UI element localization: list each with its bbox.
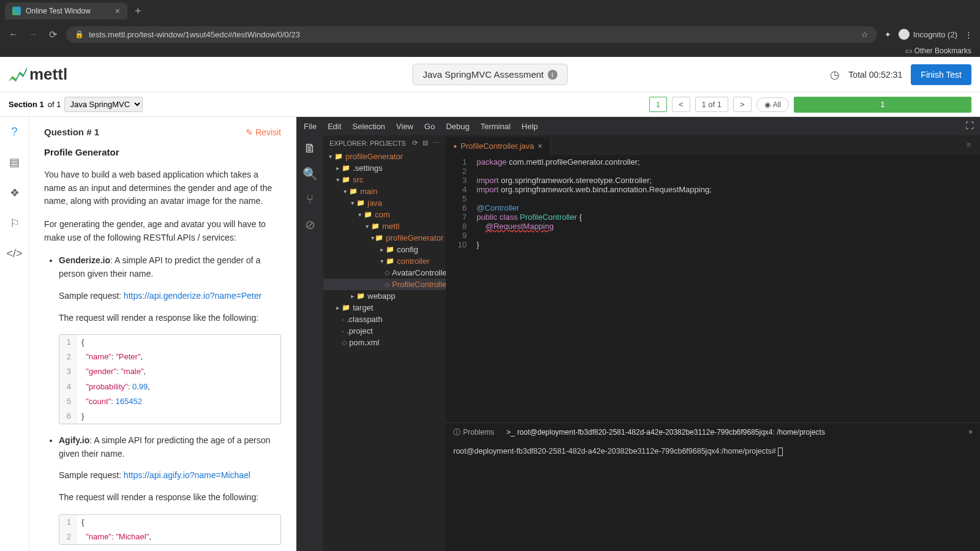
tab-favicon [12, 7, 21, 15]
browser-menu-icon[interactable]: ⋮ [965, 30, 973, 39]
file-tree: ▾📁profileGenerator▸📁.settings▾📁src▾📁main… [323, 151, 446, 551]
assessment-title: Java SpringMVC Assessment i [412, 64, 568, 85]
file-modified-icon: ● [453, 143, 457, 149]
url-text: tests.mettl.pro/test-window/1wsut45edc#/… [89, 30, 300, 39]
all-filter[interactable]: ◉ All [756, 97, 789, 112]
tree-item[interactable]: ◇AvatarController.java [323, 267, 446, 279]
menu-selection[interactable]: Selection [352, 122, 385, 131]
debug-icon[interactable]: ⊘ [305, 217, 315, 232]
tree-item[interactable]: ▾📁profileGenerator [323, 232, 446, 244]
tree-item[interactable]: ▾📁src [323, 174, 446, 186]
logo: mettl [9, 65, 67, 84]
rail-help-icon[interactable]: ? [11, 126, 17, 138]
source-control-icon[interactable]: ⑂ [306, 192, 314, 206]
question-number: Question # 1 [44, 127, 99, 137]
incognito-icon [899, 29, 910, 40]
tree-item[interactable]: ▾📁controller [323, 255, 446, 267]
editor-tab[interactable]: ● ProfileController.java × [446, 137, 551, 155]
tree-item[interactable]: ▾📁mettl [323, 220, 446, 232]
sample-link[interactable]: https://api.agify.io?name=Michael [124, 470, 251, 480]
code-block: 1{2 "name": "Peter",3 "gender": "male",4… [59, 334, 281, 424]
tree-item[interactable]: ◦.classpath [323, 313, 446, 325]
question-title: Profile Generator [44, 147, 281, 157]
menu-edit[interactable]: Edit [328, 122, 341, 131]
forward-button[interactable]: → [27, 29, 39, 40]
search-icon[interactable]: 🔍 [303, 167, 318, 181]
api-item: Agify.io: A simple API for predicting th… [59, 434, 281, 545]
fullscreen-icon[interactable]: ⛶ [965, 121, 974, 130]
rail-code-icon[interactable]: </> [6, 247, 22, 260]
reload-button[interactable]: ⟳ [47, 29, 59, 40]
star-icon[interactable]: ☆ [861, 30, 869, 39]
menu-go[interactable]: Go [424, 122, 435, 131]
menu-debug[interactable]: Debug [446, 122, 469, 131]
question-para: You have to build a web based applicatio… [44, 168, 281, 208]
tab-title: Online Test Window [26, 7, 91, 15]
tree-item[interactable]: ▾📁profileGenerator [323, 151, 446, 162]
sample-link[interactable]: https://api.genderize.io?name=Peter [124, 291, 262, 301]
menu-terminal[interactable]: Terminal [480, 122, 510, 131]
menu-help[interactable]: Help [522, 122, 538, 131]
terminal[interactable]: root@deployment-fb3df820-2581-482d-a42e-… [446, 441, 980, 551]
tree-item[interactable]: ◦.project [323, 325, 446, 337]
finish-test-button[interactable]: Finish Test [911, 64, 971, 85]
menu-file[interactable]: File [304, 122, 317, 131]
clock-icon: ◷ [830, 68, 840, 81]
new-tab-button[interactable]: + [135, 5, 141, 18]
api-item: Genderize.io: A simple API to predict th… [59, 254, 281, 424]
refresh-icon[interactable]: ⟳ [412, 139, 418, 147]
tree-item[interactable]: ▸📁webapp [323, 290, 446, 302]
code-editor[interactable]: 1package com.mettl.profileGenerator.cont… [446, 155, 980, 422]
progress-bar[interactable]: 1 [794, 97, 971, 113]
rail-list-icon[interactable]: ▤ [9, 156, 20, 169]
incognito-badge[interactable]: Incognito (2) [899, 29, 957, 40]
address-bar[interactable]: 🔒 tests.mettl.pro/test-window/1wsut45edc… [66, 26, 877, 43]
explorer-icon[interactable]: 🗎 [304, 141, 316, 156]
extensions-icon[interactable]: ✦ [884, 30, 891, 39]
tree-item[interactable]: ▾📁com [323, 209, 446, 220]
minimap-icon[interactable]: ≡ [967, 140, 975, 149]
tree-item[interactable]: ▸📁.settings [323, 162, 446, 174]
code-block: 1{2 "name": "Michael", [59, 514, 281, 545]
logo-mark [9, 67, 27, 82]
problems-tab[interactable]: ⓘ Problems [453, 427, 494, 438]
back-button[interactable]: ← [7, 29, 20, 40]
section-select[interactable]: Java SpringMVC [64, 97, 143, 112]
page-number[interactable]: 1 [649, 97, 667, 112]
collapse-icon[interactable]: ⊟ [423, 139, 428, 147]
browser-tab[interactable]: Online Test Window × [5, 2, 127, 20]
close-terminal-icon[interactable]: × [968, 428, 973, 437]
info-icon[interactable]: i [548, 70, 557, 80]
timer: Total 00:52:31 [848, 70, 902, 80]
close-tab-icon[interactable]: × [115, 6, 120, 16]
page-next[interactable]: > [733, 97, 752, 112]
section-of: of 1 [48, 100, 61, 109]
tree-item[interactable]: ▸📁target [323, 302, 446, 313]
terminal-tab[interactable]: >_ root@deployment-fb3df820-2581-482d-a4… [507, 428, 825, 437]
rail-layers-icon[interactable]: ❖ [10, 186, 20, 200]
revisit-button[interactable]: ✎ Revisit [246, 127, 281, 137]
section-label: Section 1 [9, 100, 44, 109]
ide-menu-bar: FileEditSelectionViewGoDebugTerminalHelp [296, 117, 980, 135]
menu-view[interactable]: View [396, 122, 413, 131]
page-prev[interactable]: < [672, 97, 690, 112]
question-para: For generating the gender, age and avata… [44, 218, 281, 244]
more-icon[interactable]: ⋯ [433, 139, 440, 147]
tree-item[interactable]: ◇pom.xml [323, 337, 446, 348]
tree-item[interactable]: ▾📁main [323, 186, 446, 197]
close-tab-icon[interactable]: × [538, 141, 543, 151]
explorer-title: EXPLORER: PROJECTS [330, 140, 406, 147]
lock-icon: 🔒 [75, 30, 84, 39]
tree-item[interactable]: ▸📁config [323, 244, 446, 255]
tree-item[interactable]: ▾📁java [323, 197, 446, 209]
rail-flag-icon[interactable]: ⚐ [10, 217, 20, 230]
cursor [778, 448, 783, 456]
tree-item[interactable]: ◇ProfileController.java [323, 279, 446, 290]
other-bookmarks[interactable]: ▭ Other Bookmarks [905, 47, 971, 55]
page-indicator: 1 of 1 [695, 97, 729, 112]
